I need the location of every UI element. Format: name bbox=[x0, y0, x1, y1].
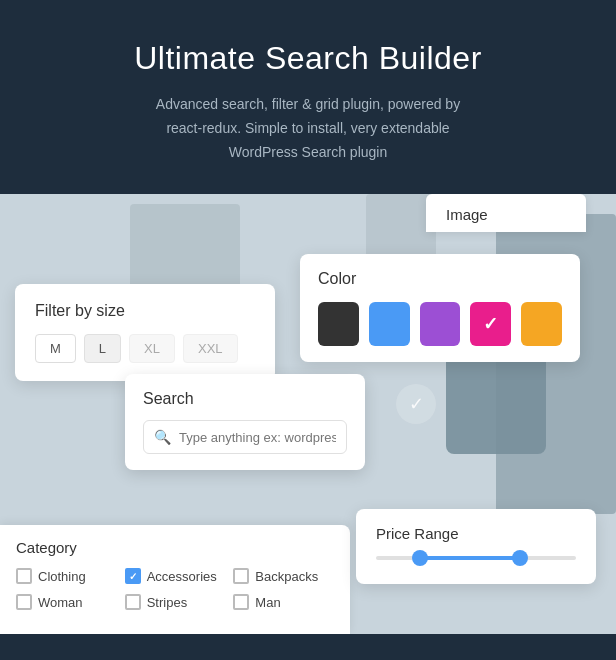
checkbox-man[interactable] bbox=[233, 594, 249, 610]
checkbox-woman[interactable] bbox=[16, 594, 32, 610]
color-swatch-orange[interactable] bbox=[521, 302, 562, 346]
category-item-stripes[interactable]: Stripes bbox=[125, 594, 226, 610]
search-input[interactable] bbox=[179, 430, 336, 445]
filter-size-card: Filter by size M L XL XXL bbox=[15, 284, 275, 381]
image-label-title: Image bbox=[446, 206, 488, 223]
category-item-clothing[interactable]: Clothing bbox=[16, 568, 117, 584]
price-slider-fill bbox=[420, 556, 520, 560]
checkbox-label-stripes: Stripes bbox=[147, 595, 187, 610]
checkbox-label-woman: Woman bbox=[38, 595, 83, 610]
price-range-title: Price Range bbox=[376, 525, 576, 542]
search-icon: 🔍 bbox=[154, 429, 171, 445]
filter-size-title: Filter by size bbox=[35, 302, 255, 320]
size-buttons-row: M L XL XXL bbox=[35, 334, 255, 363]
category-item-accessories[interactable]: Accessories bbox=[125, 568, 226, 584]
color-swatches bbox=[318, 302, 562, 346]
product-checkmark-icon: ✓ bbox=[396, 384, 436, 424]
checkbox-label-man: Man bbox=[255, 595, 280, 610]
size-btn-l[interactable]: L bbox=[84, 334, 121, 363]
search-card: Search 🔍 bbox=[125, 374, 365, 470]
color-swatch-purple[interactable] bbox=[420, 302, 461, 346]
checkbox-stripes[interactable] bbox=[125, 594, 141, 610]
checkbox-backpacks[interactable] bbox=[233, 568, 249, 584]
category-item-woman[interactable]: Woman bbox=[16, 594, 117, 610]
checkbox-label-accessories: Accessories bbox=[147, 569, 217, 584]
hero-subtitle: Advanced search, filter & grid plugin, p… bbox=[60, 93, 556, 164]
price-slider-thumb-left[interactable] bbox=[412, 550, 428, 566]
category-row-2: Woman Stripes Man bbox=[16, 594, 334, 610]
price-range-card: Price Range bbox=[356, 509, 596, 584]
category-item-man[interactable]: Man bbox=[233, 594, 334, 610]
checkbox-label-backpacks: Backpacks bbox=[255, 569, 318, 584]
color-swatch-blue[interactable] bbox=[369, 302, 410, 346]
widgets-area: ✓ Image Filter by size M L XL XXL Color … bbox=[0, 194, 616, 634]
price-slider-thumb-right[interactable] bbox=[512, 550, 528, 566]
color-title: Color bbox=[318, 270, 562, 288]
image-label-card: Image bbox=[426, 194, 586, 232]
checkbox-accessories[interactable] bbox=[125, 568, 141, 584]
size-btn-xl[interactable]: XL bbox=[129, 334, 175, 363]
search-input-wrap: 🔍 bbox=[143, 420, 347, 454]
category-card: Category Clothing Accessories Backpacks … bbox=[0, 525, 350, 634]
category-title: Category bbox=[16, 539, 334, 556]
category-item-backpacks[interactable]: Backpacks bbox=[233, 568, 334, 584]
hero-title: Ultimate Search Builder bbox=[60, 40, 556, 77]
hero-section: Ultimate Search Builder Advanced search,… bbox=[0, 0, 616, 194]
color-swatch-pink[interactable] bbox=[470, 302, 511, 346]
category-row-1: Clothing Accessories Backpacks bbox=[16, 568, 334, 584]
size-btn-xxl[interactable]: XXL bbox=[183, 334, 238, 363]
size-btn-m[interactable]: M bbox=[35, 334, 76, 363]
color-card: Color bbox=[300, 254, 580, 362]
checkbox-clothing[interactable] bbox=[16, 568, 32, 584]
color-swatch-black[interactable] bbox=[318, 302, 359, 346]
search-title: Search bbox=[143, 390, 347, 408]
price-slider-track bbox=[376, 556, 576, 560]
checkbox-label-clothing: Clothing bbox=[38, 569, 86, 584]
